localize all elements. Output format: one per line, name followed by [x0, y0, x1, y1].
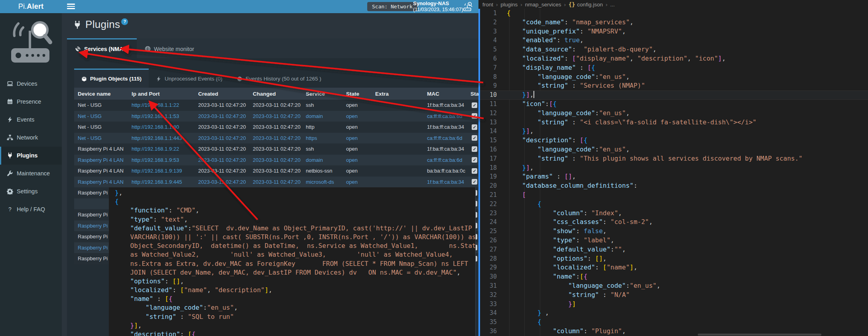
- ip-port-link[interactable]: http://192.168.1.9:445: [128, 179, 195, 185]
- ip-port-link[interactable]: http://192.168.1.1:22: [128, 102, 195, 108]
- breadcrumb-item[interactable]: plugins: [501, 2, 518, 8]
- status-checkbox[interactable]: ✓: [472, 179, 477, 185]
- status-checkbox[interactable]: ✓: [472, 124, 477, 130]
- code-token: "enabled": [507, 36, 557, 44]
- sidebar-menu: DevicesPresenceEventsNetworkPluginsMaint…: [0, 75, 62, 218]
- sidebar-item-maintenance[interactable]: Maintenance: [0, 165, 62, 183]
- code-token: Object_SecondaryID, datetime() as DateTi…: [115, 242, 476, 250]
- code-token: ]: [599, 255, 603, 262]
- column-header[interactable]: Service: [302, 91, 342, 97]
- table-row[interactable]: Net - USGhttp://192.168.1.1:4432023-03-1…: [74, 133, 478, 144]
- editor-horizontal-scrollbar[interactable]: [698, 334, 821, 336]
- tab-services-nmap[interactable]: Services (NMAP): [67, 38, 137, 58]
- table-row[interactable]: Raspberry Pi 4 LANhttp://192.168.1.9:445…: [74, 177, 478, 188]
- table-row[interactable]: Raspberry Pi 4 LANhttp://192.168.1.9:222…: [74, 143, 478, 155]
- code-token: "database_column_definitions": [507, 182, 634, 189]
- table-row[interactable]: Net - USGhttp://192.168.1.1:532023-03-11…: [74, 111, 478, 122]
- code-line: 24 "css_classes": "col-sm-2",: [478, 218, 868, 227]
- code-line: 33 }]: [478, 300, 868, 309]
- sidebar-item-label: Network: [17, 134, 38, 141]
- status-checkbox[interactable]: ✓: [472, 113, 477, 119]
- column-header[interactable]: Extra: [372, 91, 423, 97]
- code-token: ,: [626, 109, 630, 117]
- hamburger-icon[interactable]: [67, 4, 75, 10]
- column-header[interactable]: Ip and Port: [128, 91, 195, 97]
- sidebar-item-help-faq[interactable]: ?Help / FAQ: [0, 200, 62, 218]
- code-token: ,: [618, 209, 622, 217]
- code-line: 34 } ,: [478, 308, 868, 318]
- column-header[interactable]: MAC: [423, 91, 467, 97]
- sidebar-item-plugins[interactable]: Plugins: [0, 147, 62, 165]
- breadcrumb-item[interactable]: nmap_services: [525, 2, 561, 8]
- code-line: "string" : "SQL to run": [115, 312, 475, 321]
- breadcrumb-item[interactable]: ...: [610, 2, 614, 8]
- table-row[interactable]: Net - USGhttp://192.168.1.1:802023-03-11…: [74, 122, 478, 133]
- editor-code-area[interactable]: 1{2 "code_name": "nmap_services",3 "uniq…: [478, 9, 868, 336]
- code-token: :: [203, 304, 207, 311]
- ip-port-link[interactable]: http://192.168.1.1:443: [128, 135, 195, 141]
- line-number: 16: [478, 145, 497, 154]
- code-line: "description": [{: [115, 330, 475, 336]
- pialert-mini-logo-icon[interactable]: [463, 1, 474, 12]
- table-row[interactable]: Raspberry Pi 4 LANhttp://192.168.1.9:532…: [74, 155, 478, 166]
- sidebar-item-presence[interactable]: Presence: [0, 93, 62, 111]
- tab-plugin-objects-115[interactable]: Plugin Objects (115): [74, 69, 149, 88]
- code-token: {: [537, 318, 541, 326]
- code-token: ,: [580, 36, 584, 44]
- code-token: "options": [507, 255, 587, 262]
- brand-logo[interactable]: Pi.Alert: [0, 0, 62, 13]
- cell: https: [302, 135, 342, 141]
- ip-port-link[interactable]: http://192.168.1.9:139: [128, 168, 195, 174]
- help-badge[interactable]: ?: [121, 18, 128, 25]
- column-header[interactable]: Device name: [74, 91, 128, 97]
- breadcrumb-item[interactable]: front: [482, 2, 493, 8]
- code-line: 1{: [478, 9, 868, 18]
- code-token: :: [565, 55, 572, 62]
- code-token: ,: [530, 127, 534, 135]
- code-token: :: [634, 182, 638, 189]
- sidebar-item-events[interactable]: Events: [0, 111, 62, 129]
- tab-website-monitor[interactable]: Website monitor: [137, 38, 202, 58]
- code-token: ,: [530, 164, 534, 171]
- sidebar-item-devices[interactable]: Devices: [0, 75, 62, 93]
- line-number: 36: [478, 327, 497, 336]
- code-token: "language_code": [507, 282, 626, 289]
- code-token: "en_us": [630, 282, 656, 289]
- code-token: :: [173, 286, 180, 294]
- ip-port-link[interactable]: http://192.168.1.1:53: [128, 113, 195, 119]
- column-header[interactable]: Changed: [249, 91, 302, 97]
- code-token: "default_value": [115, 224, 188, 232]
- line-number: 2: [478, 18, 497, 27]
- ip-port-link[interactable]: http://192.168.1.9:53: [128, 157, 195, 163]
- code-token: ,: [268, 286, 272, 294]
- code-token: "This plugin shows all services discover…: [580, 155, 803, 162]
- json-object-icon: {}: [569, 1, 575, 8]
- column-header[interactable]: State: [342, 91, 372, 97]
- status-checkbox[interactable]: ✓: [472, 168, 477, 174]
- status-checkbox[interactable]: ✓: [472, 146, 477, 152]
- status-checkbox[interactable]: ✓: [472, 135, 477, 141]
- tab-events-history-50-out-of-1265[interactable]: Events History (50 out of 1265 ): [230, 69, 329, 88]
- line-number: 26: [478, 236, 497, 245]
- cell: ba:ba:ff:ca:ba:0c: [423, 168, 467, 174]
- column-header[interactable]: Status: [467, 91, 478, 97]
- code-token: ,: [630, 55, 637, 62]
- cell: domain: [302, 157, 342, 163]
- status-checkbox[interactable]: ✓: [472, 157, 477, 163]
- object-tab-bar: Plugin Objects (115)Unprocessed Events (…: [74, 69, 329, 88]
- ip-port-link[interactable]: http://192.168.1.9:22: [128, 146, 195, 152]
- brand-prefix: Pi.: [18, 2, 27, 10]
- code-token: "options": [115, 277, 165, 285]
- table-row[interactable]: Net - USGhttp://192.168.1.1:222023-03-11…: [74, 100, 478, 111]
- sidebar-item-network[interactable]: Network: [0, 129, 62, 147]
- ip-port-link[interactable]: http://192.168.1.1:80: [128, 124, 195, 130]
- sidebar-item-settings[interactable]: Settings: [0, 183, 62, 200]
- cell: netbios-ssn: [302, 168, 342, 174]
- column-header[interactable]: Created: [195, 91, 249, 97]
- breadcrumb-item[interactable]: config.json: [577, 2, 603, 8]
- status-checkbox[interactable]: ✓: [472, 102, 477, 108]
- tab-unprocessed-events-0[interactable]: Unprocessed Events (0): [149, 69, 230, 88]
- table-row[interactable]: Raspberry Pi 4 LANhttp://192.168.1.9:139…: [74, 165, 478, 177]
- code-token: ]: [265, 286, 269, 294]
- code-token: :: [565, 18, 572, 26]
